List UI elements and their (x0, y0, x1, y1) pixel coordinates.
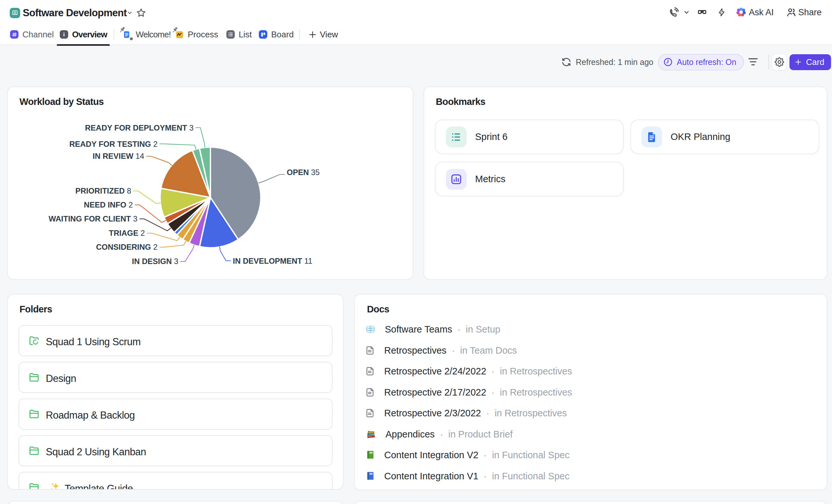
svg-text:NEED INFO 2: NEED INFO 2 (84, 201, 133, 209)
svg-text:OPEN 35: OPEN 35 (287, 168, 319, 177)
svg-text:PRIORITIZED 8: PRIORITIZED 8 (75, 186, 131, 195)
svg-text:CONSIDERING 2: CONSIDERING 2 (96, 243, 157, 251)
svg-text:READY FOR DEPLOYMENT 3: READY FOR DEPLOYMENT 3 (85, 124, 193, 132)
svg-text:WAITING FOR CLIENT 3: WAITING FOR CLIENT 3 (49, 214, 137, 223)
svg-text:TRIAGE 2: TRIAGE 2 (109, 229, 145, 237)
svg-text:IN REVIEW 14: IN REVIEW 14 (93, 152, 144, 160)
svg-text:IN DEVELOPMENT 11: IN DEVELOPMENT 11 (233, 257, 312, 265)
svg-text:READY FOR TESTING 2: READY FOR TESTING 2 (69, 140, 157, 149)
svg-text:IN DESIGN 3: IN DESIGN 3 (132, 257, 178, 266)
